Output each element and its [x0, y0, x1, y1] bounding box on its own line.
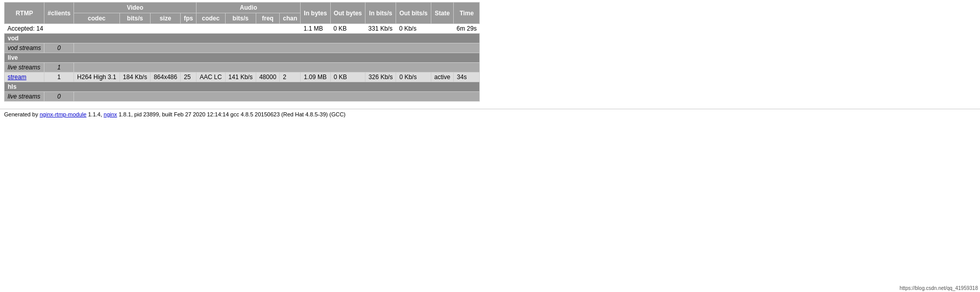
col-state: State	[431, 3, 453, 24]
stream-video-bits: 184 Kb/s	[119, 72, 150, 82]
stream-video-fps: 25	[181, 72, 197, 82]
stream-audio-chan: 2	[280, 72, 301, 82]
live-streams-row: live streams 1	[5, 63, 480, 72]
accepted-label: Accepted: 14	[5, 24, 74, 34]
vod-section-label: vod	[5, 34, 480, 43]
stream-in-bytes: 1.09 MB	[301, 72, 330, 82]
col-video-size: size	[151, 13, 181, 24]
col-clients: #clients	[44, 3, 74, 24]
vod-streams-row: vod streams 0	[5, 43, 480, 53]
stream-link[interactable]: stream	[8, 74, 27, 81]
col-audio-bits: bits/s	[225, 13, 256, 24]
live-spacer	[74, 63, 480, 72]
accepted-audio-spacer	[197, 24, 301, 34]
stream-time: 34s	[454, 72, 480, 82]
stream-out-bits: 0 Kb/s	[396, 72, 431, 82]
col-audio-chan: chan	[280, 13, 301, 24]
accepted-state	[431, 24, 453, 34]
table-header-row: RTMP #clients Video Audio In bytes Out b…	[5, 3, 480, 13]
col-in-bytes: In bytes	[301, 3, 330, 24]
stream-clients: 1	[44, 72, 74, 82]
hls-streams-row: live streams 0	[5, 92, 480, 102]
section-live: live	[5, 53, 480, 63]
footer: Generated by nginx-rtmp-module 1.1.4, ng…	[0, 109, 980, 119]
live-stream-count: 1	[44, 63, 74, 72]
accepted-row: Accepted: 14 1.1 MB 0 KB 331 Kb/s 0 Kb/s…	[5, 24, 480, 34]
footer-module-version: 1.1.4,	[86, 111, 104, 117]
stream-audio-bits: 141 Kb/s	[225, 72, 256, 82]
col-out-bytes: Out bytes	[330, 3, 365, 24]
stream-in-bits: 326 Kb/s	[365, 72, 396, 82]
section-vod: vod	[5, 34, 480, 43]
col-video-fps: fps	[181, 13, 197, 24]
accepted-out-bytes: 0 KB	[330, 24, 365, 34]
stream-name[interactable]: ➠ stream	[5, 72, 44, 82]
col-audio-codec: codec	[197, 13, 225, 24]
vod-stream-count: 0	[44, 43, 74, 53]
accepted-time: 6m 29s	[454, 24, 480, 34]
footer-generated-text: Generated by	[4, 111, 40, 117]
stream-row: ➠ stream 1 H264 High 3.1 184 Kb/s 864x48…	[5, 72, 480, 82]
col-audio-freq: freq	[256, 13, 279, 24]
footer-rest: 1.8.1, pid 23899, built Feb 27 2020 12:1…	[117, 111, 346, 117]
stream-audio-freq: 48000	[256, 72, 279, 82]
hls-stream-count: 0	[44, 92, 74, 102]
vod-streams-label: vod streams	[5, 43, 44, 53]
col-out-bits: Out bits/s	[396, 3, 431, 24]
hls-streams-label: live streams	[5, 92, 44, 102]
nginx-link[interactable]: nginx	[104, 111, 117, 117]
col-video-bits: bits/s	[119, 13, 150, 24]
col-audio-group: Audio	[197, 3, 301, 13]
section-hls: hls	[5, 82, 480, 92]
col-video-codec: codec	[74, 13, 120, 24]
stream-state: active	[431, 72, 453, 82]
vod-spacer	[74, 43, 480, 53]
live-streams-label: live streams	[5, 63, 44, 72]
col-in-bits: In bits/s	[365, 3, 396, 24]
stream-out-bytes: 0 KB	[330, 72, 365, 82]
accepted-in-bits: 331 Kb/s	[365, 24, 396, 34]
col-time: Time	[454, 3, 480, 24]
stream-video-codec: H264 High 3.1	[74, 72, 120, 82]
stream-video-size: 864x486	[151, 72, 181, 82]
col-rtmp: RTMP	[5, 3, 44, 24]
accepted-video-spacer	[74, 24, 197, 34]
hls-section-label: hls	[5, 82, 480, 92]
rtmp-table: RTMP #clients Video Audio In bytes Out b…	[4, 2, 480, 102]
accepted-in-bytes: 1.1 MB	[301, 24, 330, 34]
hls-spacer	[74, 92, 480, 102]
main-container: RTMP #clients Video Audio In bytes Out b…	[0, 0, 980, 104]
col-video-group: Video	[74, 3, 197, 13]
nginx-rtmp-module-link[interactable]: nginx-rtmp-module	[40, 111, 87, 117]
live-section-label: live	[5, 53, 480, 63]
accepted-out-bits: 0 Kb/s	[396, 24, 431, 34]
stream-audio-codec: AAC LC	[197, 72, 225, 82]
arrow-container: ➠ stream	[8, 74, 27, 81]
